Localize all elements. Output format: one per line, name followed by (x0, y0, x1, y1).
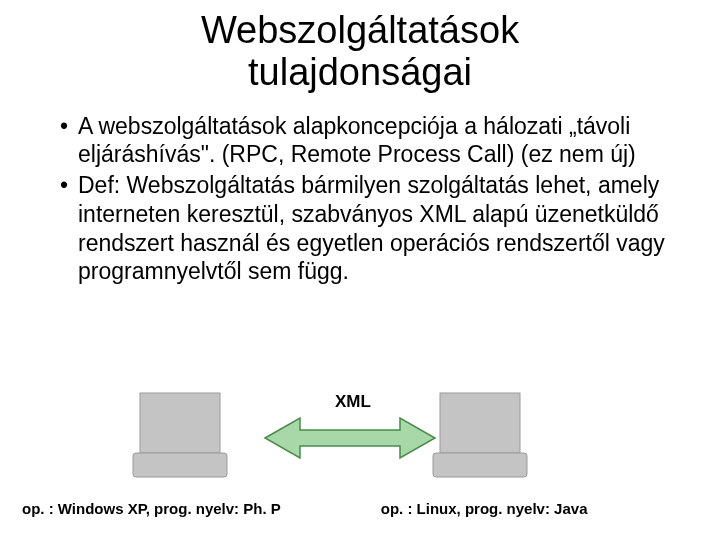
caption-right: op. : Linux, prog. nyelv: Java (381, 500, 588, 517)
slide-title: Webszolgáltatások tulajdonságai (0, 10, 720, 94)
svg-rect-2 (440, 393, 520, 453)
computer-left-icon (133, 393, 227, 477)
bullet-item: • Def: Webszolgáltatás bármilyen szolgál… (50, 171, 690, 286)
svg-rect-0 (140, 393, 220, 453)
bullet-marker: • (50, 112, 78, 170)
diagram-svg (0, 388, 720, 478)
title-line-1: Webszolgáltatások (201, 9, 519, 51)
bullet-item: • A webszolgáltatások alapkoncepciója a … (50, 112, 690, 170)
caption-left: op. : Windows XP, prog. nyelv: Ph. P (22, 500, 281, 517)
slide-body: • A webszolgáltatások alapkoncepciója a … (50, 112, 690, 287)
bullet-text: A webszolgáltatások alapkoncepciója a há… (78, 112, 690, 170)
bullet-text: Def: Webszolgáltatás bármilyen szolgálta… (78, 171, 690, 286)
title-line-2: tulajdonságai (248, 51, 472, 93)
svg-rect-1 (133, 453, 227, 477)
double-arrow-icon (265, 418, 435, 458)
svg-rect-3 (433, 453, 527, 477)
diagram-captions: op. : Windows XP, prog. nyelv: Ph. P op.… (0, 500, 720, 517)
bullet-marker: • (50, 171, 78, 286)
svg-marker-4 (265, 418, 435, 458)
computer-right-icon (433, 393, 527, 477)
